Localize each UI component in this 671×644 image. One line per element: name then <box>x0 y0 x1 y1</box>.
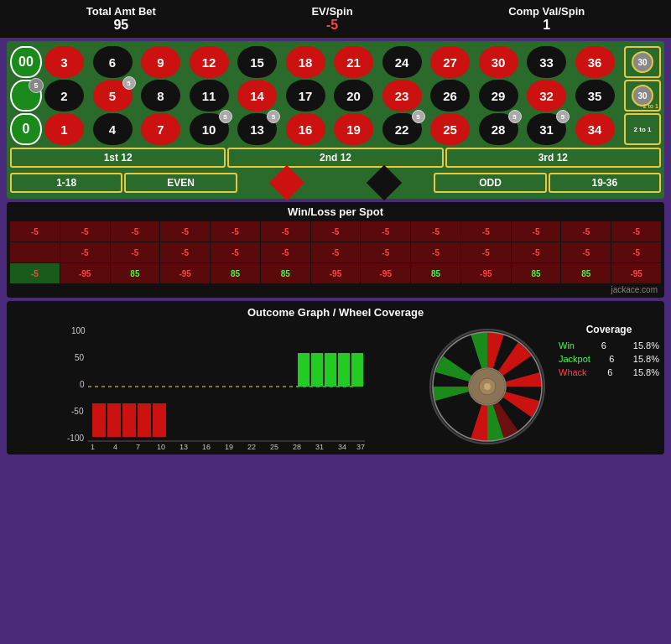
num-22[interactable]: 225 <box>382 113 422 145</box>
num-5[interactable]: 55 <box>93 80 133 112</box>
num-33[interactable]: 33 <box>527 46 566 78</box>
num-8[interactable]: 8 <box>141 80 180 112</box>
winloss-grid-row2: -5 -5 -5 -5 -5 -5 -5 -5 -5 -5 -5 -5 <box>10 242 661 262</box>
zero-5-chip[interactable]: 5 <box>10 80 42 112</box>
num-31[interactable]: 315 <box>527 113 566 145</box>
bet-1st12[interactable]: 1st 12 <box>10 148 226 168</box>
num-10[interactable]: 105 <box>190 113 229 145</box>
comp-val-spin-label: Comp Val/Spin <box>508 5 585 18</box>
zeros-column: 00 5 0 <box>10 46 42 145</box>
num-12[interactable]: 12 <box>190 46 229 78</box>
num-27[interactable]: 27 <box>430 46 470 78</box>
zero-00[interactable]: 00 <box>10 46 42 78</box>
num-17[interactable]: 17 <box>286 80 325 112</box>
bet-even[interactable]: EVEN <box>124 173 237 193</box>
svg-rect-14 <box>338 353 350 387</box>
num-9[interactable]: 9 <box>141 46 180 78</box>
num-30[interactable]: 30 <box>479 46 518 78</box>
total-amt-bet-value: 95 <box>86 18 156 33</box>
coverage-win-count: 6 <box>601 340 606 351</box>
wl-r2-c5: -5 <box>211 242 260 262</box>
num-14[interactable]: 14 <box>237 80 277 112</box>
bet-odd[interactable]: ODD <box>434 173 546 193</box>
coverage-win-pct: 15.8% <box>633 340 659 351</box>
wl-r2-c4: -5 <box>160 242 210 262</box>
zero-0[interactable]: 0 <box>10 113 42 145</box>
coverage-title: Coverage <box>559 324 659 335</box>
wl-r1-c12: -5 <box>561 221 611 242</box>
svg-rect-6 <box>92 403 106 437</box>
wl-r3-c11: 85 <box>512 263 561 283</box>
num-20[interactable]: 20 <box>334 80 373 112</box>
num-25[interactable]: 25 <box>430 113 470 145</box>
num-15[interactable]: 15 <box>237 46 277 78</box>
svg-text:28: 28 <box>293 443 301 449</box>
svg-text:19: 19 <box>225 443 233 449</box>
num-13[interactable]: 135 <box>237 113 277 145</box>
num-1[interactable]: 1 <box>44 113 84 145</box>
num-11[interactable]: 11 <box>190 80 229 112</box>
outcome-section: Outcome Graph / Wheel Coverage 100 50 0 … <box>7 301 664 454</box>
svg-text:34: 34 <box>338 443 346 449</box>
number-grid: 3 6 9 12 15 18 21 24 27 30 33 36 2 55 8 … <box>44 46 622 145</box>
svg-text:50: 50 <box>75 353 85 362</box>
side-bet-bot[interactable]: 2 to 1 <box>624 113 661 145</box>
num-7[interactable]: 7 <box>141 113 180 145</box>
num-16[interactable]: 16 <box>286 113 325 145</box>
roulette-table: 00 5 0 3 6 9 12 15 18 21 24 27 30 33 36 … <box>7 41 664 199</box>
wl-r2-c13: -5 <box>611 242 661 262</box>
num-34[interactable]: 34 <box>575 113 615 145</box>
wl-r2-c6: -5 <box>261 242 310 262</box>
wheel-svg <box>429 328 546 445</box>
coverage-whack-count: 6 <box>607 367 612 377</box>
num-6[interactable]: 6 <box>93 46 133 78</box>
black-diamond-icon[interactable] <box>367 165 402 200</box>
coverage-jackpot-row: Jackpot 6 15.8% <box>559 354 659 364</box>
side-bet-top[interactable]: 30 <box>624 46 661 78</box>
ev-spin-value: -5 <box>311 18 352 33</box>
outside-bets: 1-18 EVEN ODD 19-36 <box>10 170 661 195</box>
red-diamond-icon[interactable] <box>269 165 304 200</box>
bet-2nd12[interactable]: 2nd 12 <box>227 148 443 168</box>
wl-r1-c1: -5 <box>10 221 60 242</box>
ev-spin: EV/Spin -5 <box>311 5 352 33</box>
wl-r1-c3: -5 <box>111 221 160 242</box>
num-32[interactable]: 32 <box>527 80 566 112</box>
num-4[interactable]: 4 <box>93 113 133 145</box>
svg-text:22: 22 <box>247 443 256 449</box>
wl-r1-c6: -5 <box>261 221 310 242</box>
bet-19-36[interactable]: 19-36 <box>549 173 661 193</box>
wl-r1-c2: -5 <box>60 221 110 242</box>
svg-rect-8 <box>122 403 136 437</box>
winloss-title: Win/Loss per Spot <box>10 205 661 218</box>
num-28[interactable]: 285 <box>479 113 518 145</box>
num-19[interactable]: 19 <box>334 113 373 145</box>
wl-r3-c10: -95 <box>461 263 511 283</box>
wl-r3-c3: 85 <box>111 263 160 283</box>
wl-r3-c5: 85 <box>211 263 260 283</box>
num-3[interactable]: 3 <box>44 46 84 78</box>
svg-text:13: 13 <box>179 443 188 449</box>
side-bet-mid[interactable]: 30 2 to 1 <box>624 80 661 112</box>
num-21[interactable]: 21 <box>334 46 373 78</box>
num-2[interactable]: 2 <box>44 80 84 112</box>
wl-r3-c13: -95 <box>611 263 661 283</box>
num-36[interactable]: 36 <box>575 46 615 78</box>
svg-text:0: 0 <box>80 380 85 389</box>
svg-text:-50: -50 <box>71 407 84 416</box>
num-26[interactable]: 26 <box>430 80 470 112</box>
bet-3rd12[interactable]: 3rd 12 <box>445 148 661 168</box>
num-29[interactable]: 29 <box>479 80 518 112</box>
num-23[interactable]: 23 <box>382 80 422 112</box>
bet-1-18[interactable]: 1-18 <box>10 173 122 193</box>
ev-spin-label: EV/Spin <box>311 5 352 18</box>
table-grid: 00 5 0 3 6 9 12 15 18 21 24 27 30 33 36 … <box>10 46 661 145</box>
svg-rect-15 <box>351 353 363 387</box>
wl-r1-c8: -5 <box>361 221 410 242</box>
wheel-area <box>424 324 550 449</box>
num-18[interactable]: 18 <box>286 46 325 78</box>
total-amt-bet-label: Total Amt Bet <box>86 5 156 18</box>
num-35[interactable]: 35 <box>575 80 615 112</box>
svg-text:100: 100 <box>71 326 86 335</box>
num-24[interactable]: 24 <box>382 46 422 78</box>
